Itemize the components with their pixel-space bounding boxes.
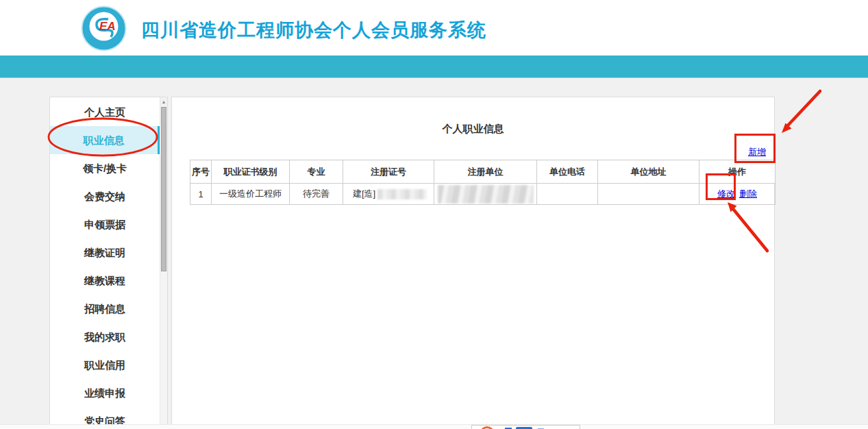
cell-cert-no: 建[造]	[343, 184, 434, 205]
sidebar: 个人主页 职业信息 领卡/换卡 会费交纳 申领票据 继教证明 继教课程 招聘信息…	[49, 97, 168, 429]
col-seq: 序号	[190, 160, 212, 184]
page-title: 个人职业信息	[172, 123, 774, 136]
table-row: 1 一级造价工程师 待完善 建[造] 修改删除	[190, 184, 776, 205]
career-info-table: 序号 职业证书级别 专业 注册证号 注册单位 单位电话 单位地址 操作 1 一级…	[190, 160, 776, 205]
footer-strip	[0, 424, 868, 429]
sidebar-item-recruitment[interactable]: 招聘信息	[50, 295, 160, 323]
page: EA 四川省造价工程师协会个人会员服务系统 个人主页 职业信息 领卡/换卡 会费…	[0, 0, 868, 429]
sidebar-item-home[interactable]: 个人主页	[50, 98, 160, 126]
cell-major: 待完善	[290, 184, 343, 205]
col-unit-phone: 单位电话	[537, 160, 598, 184]
footer-logo-icon	[480, 426, 494, 429]
col-cert-level: 职业证书级别	[212, 160, 290, 184]
sidebar-item-performance[interactable]: 业绩申报	[50, 379, 160, 407]
footer-badge	[471, 425, 580, 429]
sidebar-scrollbar[interactable]: ▲	[160, 97, 167, 429]
main-panel: 个人职业信息 新增 序号 职业证书级别 专业 注册证号 注册单位 单位电话 单位…	[171, 97, 775, 425]
table-header-row: 序号 职业证书级别 专业 注册证号 注册单位 单位电话 单位地址 操作	[190, 160, 776, 184]
col-unit: 注册单位	[434, 160, 537, 184]
sidebar-item-job-seeking[interactable]: 我的求职	[50, 323, 160, 351]
delete-link[interactable]: 删除	[739, 188, 757, 199]
annotation-arrow-add-head	[782, 123, 792, 134]
col-actions: 操作	[699, 160, 776, 184]
sidebar-item-card[interactable]: 领卡/换卡	[50, 154, 160, 182]
cell-unit	[434, 184, 537, 205]
cert-no-prefix: 建[造]	[353, 188, 375, 199]
col-cert-no: 注册证号	[343, 160, 434, 184]
add-link[interactable]: 新增	[748, 147, 766, 157]
cell-actions: 修改删除	[699, 184, 776, 205]
sidebar-item-career-credit[interactable]: 职业信用	[50, 351, 160, 379]
sidebar-menu: 个人主页 职业信息 领卡/换卡 会费交纳 申领票据 继教证明 继教课程 招聘信息…	[50, 98, 160, 429]
cell-unit-phone	[537, 184, 598, 205]
nav-bar	[0, 56, 868, 78]
edit-link[interactable]: 修改	[717, 188, 735, 199]
sidebar-item-continuing-cert[interactable]: 继教证明	[50, 238, 160, 267]
redacted-cert-no	[377, 189, 427, 199]
scrollbar-up-icon[interactable]: ▲	[160, 97, 167, 106]
redacted-unit	[438, 185, 534, 204]
cell-seq: 1	[190, 184, 212, 205]
cell-unit-address	[598, 184, 699, 205]
col-major: 专业	[290, 160, 343, 184]
col-unit-address: 单位地址	[598, 160, 699, 184]
site-title: 四川省造价工程师协会个人会员服务系统	[141, 18, 486, 42]
sidebar-item-invoice[interactable]: 申领票据	[50, 210, 160, 238]
cell-cert-level: 一级造价工程师	[212, 184, 290, 205]
scrollbar-thumb[interactable]	[161, 107, 166, 271]
sidebar-item-career-info[interactable]: 职业信息	[50, 126, 160, 154]
header: EA 四川省造价工程师协会个人会员服务系统	[0, 0, 868, 56]
association-logo-icon: EA	[81, 5, 127, 51]
sidebar-item-continuing-course[interactable]: 继教课程	[50, 267, 160, 295]
sidebar-item-membership-fee[interactable]: 会费交纳	[50, 182, 160, 210]
svg-text:EA: EA	[99, 20, 116, 33]
annotation-arrow-add-line	[788, 91, 820, 125]
